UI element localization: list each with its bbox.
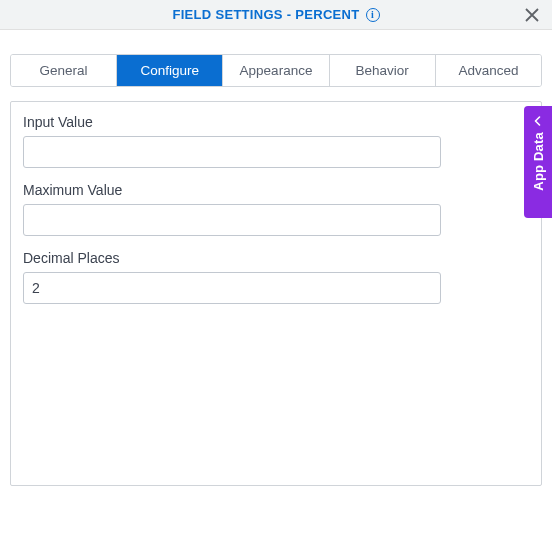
dialog-header: FIELD SETTINGS - PERCENT i: [0, 0, 552, 30]
content-area: General Configure Appearance Behavior Ad…: [0, 30, 552, 498]
field-maximum-value: Maximum Value: [23, 182, 529, 236]
tab-behavior[interactable]: Behavior: [330, 55, 436, 86]
configure-panel: Input Value Maximum Value Decimal Places: [10, 101, 542, 486]
input-input-value[interactable]: [23, 136, 441, 168]
tab-general[interactable]: General: [11, 55, 117, 86]
input-maximum-value[interactable]: [23, 204, 441, 236]
tab-configure[interactable]: Configure: [117, 55, 223, 86]
tab-appearance[interactable]: Appearance: [223, 55, 329, 86]
app-data-toggle[interactable]: App Data: [524, 106, 552, 218]
info-icon[interactable]: i: [366, 8, 380, 22]
chevron-left-icon: [533, 114, 543, 128]
dialog-title-wrap: FIELD SETTINGS - PERCENT i: [172, 7, 379, 22]
app-data-label: App Data: [531, 132, 546, 191]
close-icon: [525, 8, 539, 22]
field-input-value: Input Value: [23, 114, 529, 168]
label-input-value: Input Value: [23, 114, 529, 130]
input-decimal-places[interactable]: [23, 272, 441, 304]
close-button[interactable]: [522, 5, 542, 25]
tab-advanced[interactable]: Advanced: [436, 55, 541, 86]
dialog-title: FIELD SETTINGS - PERCENT: [172, 7, 359, 22]
label-decimal-places: Decimal Places: [23, 250, 529, 266]
label-maximum-value: Maximum Value: [23, 182, 529, 198]
tab-bar: General Configure Appearance Behavior Ad…: [10, 54, 542, 87]
field-decimal-places: Decimal Places: [23, 250, 529, 304]
